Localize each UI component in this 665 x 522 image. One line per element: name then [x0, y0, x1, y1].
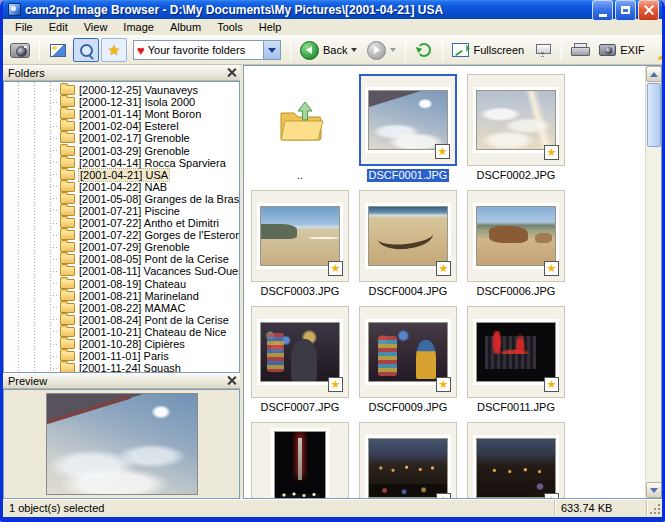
thumbnail-card[interactable]: ★ [251, 190, 349, 282]
thumbnail-photo [476, 322, 556, 382]
preview-panel-close-icon[interactable] [227, 376, 236, 385]
forward-button[interactable] [363, 38, 400, 62]
thumbnail-cell[interactable]: ★DSCF0003.JPG [250, 190, 350, 298]
menu-image[interactable]: Image [115, 20, 162, 34]
preview-body [3, 389, 240, 499]
folder-tree-item[interactable]: [2001-08-11] Vacances Sud-Ouest [4, 265, 240, 277]
refresh-button[interactable] [411, 38, 437, 62]
favorite-folders-dropdown-button[interactable] [263, 41, 280, 59]
thumbnail-cell[interactable] [250, 422, 350, 498]
close-button[interactable] [638, 0, 659, 21]
folder-tree-item[interactable]: [2001-08-22] MAMAC [4, 302, 240, 314]
camera-download-button[interactable] [6, 38, 34, 62]
folder-tree-item[interactable]: [2001-02-17] Grenoble [4, 132, 240, 144]
folder-tree-item[interactable]: [2001-11-01] Paris [4, 350, 240, 362]
thumbnail-card[interactable]: ★ [467, 74, 565, 166]
thumbnail-card[interactable]: ★ [467, 190, 565, 282]
folders-panel-close-icon[interactable] [227, 68, 236, 77]
folder-up-icon [251, 74, 349, 166]
menu-file[interactable]: File [7, 20, 41, 34]
scroll-down-button[interactable] [646, 482, 662, 498]
scroll-up-button[interactable] [646, 66, 662, 82]
folder-tree-item[interactable]: [2001-04-14] Rocca Sparviera [4, 157, 240, 169]
maximize-button[interactable] [615, 0, 636, 21]
thumbnail-cell[interactable]: ★DSCF0001.JPG [358, 74, 458, 182]
folder-label: [2001-11-24] Squash [79, 362, 181, 373]
menu-tools[interactable]: Tools [209, 20, 251, 34]
thumbnail-card[interactable]: ★ [359, 190, 457, 282]
thumbnails-scrollbar[interactable] [645, 66, 661, 498]
favorites-button[interactable]: ★ [101, 38, 127, 62]
thumbnail-card[interactable] [251, 422, 349, 498]
exif-button[interactable]: EXIF [595, 38, 648, 62]
exif-star-badge: ★ [435, 144, 450, 159]
back-icon [300, 41, 319, 60]
folder-tree-item[interactable]: [2001-07-29] Grenoble [4, 241, 240, 253]
folder-tree-item[interactable]: [2001-02-04] Esterel [4, 120, 240, 132]
title-bar[interactable]: cam2pc Image Browser - D:\My Documents\M… [3, 0, 662, 19]
folder-tree-item[interactable]: [2001-07-22] Gorges de l'Esteron [4, 229, 240, 241]
thumbnail-cell[interactable]: ★ [358, 422, 458, 498]
folder-tree-item[interactable]: [2001-08-19] Chateau [4, 278, 240, 290]
scrollbar-thumb[interactable] [647, 83, 661, 147]
folder-tree-item[interactable]: [2001-04-21] USA [4, 169, 240, 181]
thumbnail-label: DSCF0011.JPG [477, 401, 555, 414]
forward-dropdown-icon[interactable] [390, 48, 396, 52]
thumbnail-cell[interactable]: ★ [466, 422, 566, 498]
browse-mode-button[interactable] [73, 38, 99, 62]
folder-tree-item[interactable]: [2001-04-22] NAB [4, 181, 240, 193]
folder-icon [60, 327, 75, 337]
thumbnail-cell[interactable]: ★DSCF0004.JPG [358, 190, 458, 298]
parent-folder-item[interactable]: .. [250, 74, 350, 182]
thumbnail-cell[interactable]: ★DSCF0002.JPG [466, 74, 566, 182]
folder-label: [2001-03-29] Grenoble [79, 145, 190, 157]
thumbnail-cell[interactable]: ★DSCF0007.JPG [250, 306, 350, 414]
thumbnail-card[interactable]: ★ [251, 306, 349, 398]
folder-tree-item[interactable]: [2001-05-08] Granges de la Brasque [4, 193, 240, 205]
thumbnail-label: DSCF0006.JPG [477, 285, 556, 298]
toolbar-separator [39, 39, 40, 61]
folder-tree-item[interactable]: [2001-01-14] Mont Boron [4, 108, 240, 120]
thumbnail-card[interactable]: ★ [467, 422, 565, 498]
folder-icon [60, 194, 75, 204]
thumbnail-card[interactable]: ★ [359, 422, 457, 498]
folder-label: [2001-04-14] Rocca Sparviera [79, 157, 226, 169]
thumbnail-photo [368, 206, 448, 266]
folder-tree-item[interactable]: [2001-10-28] Cipières [4, 338, 240, 350]
menu-edit[interactable]: Edit [41, 20, 76, 34]
folder-tree-item[interactable]: [2001-07-21] Piscine [4, 205, 240, 217]
folder-tree-item[interactable]: [2000-12-31] Isola 2000 [4, 96, 240, 108]
resize-grip[interactable] [647, 500, 662, 516]
back-button[interactable]: Back [296, 38, 361, 62]
folder-tree-item[interactable]: [2001-08-05] Pont de la Cerise [4, 253, 240, 265]
folder-tree-item[interactable]: [2001-08-24] Pont de la Cerise [4, 314, 240, 326]
thumbnail-card[interactable]: ★ [359, 74, 457, 166]
thumbnail-cell[interactable]: ★DSCF0009.JPG [358, 306, 458, 414]
favorite-folders-select[interactable]: ♥ Your favorite folders [133, 40, 281, 60]
exif-star-badge: ★ [328, 377, 343, 392]
thumbnail-label: DSCF0003.JPG [261, 285, 340, 298]
fullscreen-button[interactable]: Fullscreen [448, 38, 528, 62]
minimize-button[interactable] [592, 0, 613, 21]
menu-help[interactable]: Help [251, 20, 290, 34]
image-adjust-button[interactable] [45, 38, 71, 62]
thumbnail-cell[interactable]: ★DSCF0006.JPG [466, 190, 566, 298]
slideshow-button[interactable] [530, 38, 556, 62]
menu-view[interactable]: View [76, 20, 116, 34]
folder-icon [60, 146, 75, 156]
folder-tree-item[interactable]: [2001-07-22] Antho et Dimitri [4, 217, 240, 229]
enhance-button[interactable]: Enhance [651, 38, 665, 62]
print-button[interactable] [567, 38, 593, 62]
menu-album[interactable]: Album [162, 20, 209, 34]
folder-tree-item[interactable]: [2000-12-25] Vaunaveys [4, 84, 240, 96]
folder-tree-item[interactable]: [2001-08-21] Marineland [4, 290, 240, 302]
back-dropdown-icon[interactable] [351, 48, 357, 52]
folder-tree: [2000-12-25] Vaunaveys[2000-12-31] Isola… [4, 82, 240, 372]
thumbnail-card[interactable]: ★ [467, 306, 565, 398]
folder-tree-item[interactable]: [2001-10-21] Chateau de Nice [4, 326, 240, 338]
thumbnail-card[interactable]: ★ [359, 306, 457, 398]
favorites-star-icon: ★ [108, 43, 121, 57]
folder-tree-item[interactable]: [2001-03-29] Grenoble [4, 144, 240, 156]
folder-tree-item[interactable]: [2001-11-24] Squash [4, 362, 240, 373]
thumbnail-cell[interactable]: ★DSCF0011.JPG [466, 306, 566, 414]
